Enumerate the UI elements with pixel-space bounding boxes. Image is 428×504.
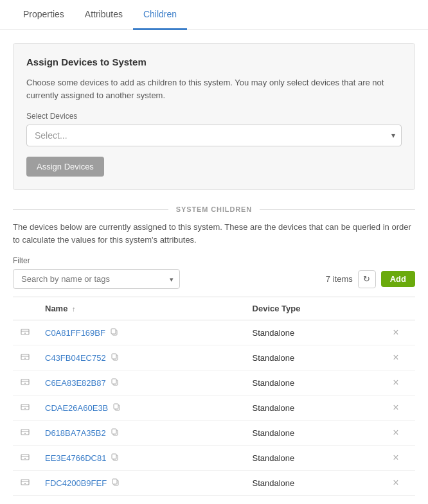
remove-device-button[interactable]: × <box>390 402 401 413</box>
row-name-cell: EE3E4766DC81 <box>37 446 245 471</box>
copy-icon[interactable] <box>111 453 119 463</box>
device-icon <box>21 429 30 439</box>
row-action-cell: × <box>377 320 415 345</box>
row-name-cell: C43FB04EC752 <box>37 345 245 370</box>
remove-device-button[interactable]: × <box>390 352 401 363</box>
section-divider: SYSTEM CHILDREN <box>13 205 415 213</box>
table-row: EE3E4766DC81 Standalone × <box>13 446 415 471</box>
row-device-icon-cell <box>13 446 37 471</box>
remove-device-button[interactable]: × <box>390 327 401 338</box>
remove-device-button[interactable]: × <box>390 477 401 489</box>
section-description: The devices below are currently assigned… <box>13 221 415 246</box>
remove-device-button[interactable]: × <box>390 452 401 464</box>
row-name-cell: C6EA83E82B87 <box>37 370 245 395</box>
filter-select-wrapper: ▾ <box>13 269 180 289</box>
row-action-cell: × <box>377 471 415 496</box>
svg-point-17 <box>24 408 26 409</box>
table-row: C43FB04EC752 Standalone × <box>13 345 415 370</box>
svg-rect-4 <box>111 329 116 334</box>
items-count: 7 items <box>326 274 353 284</box>
devices-table: Name ↑ Device Type C0A81FF169BF <box>13 297 415 496</box>
device-icon <box>21 404 30 413</box>
copy-icon[interactable] <box>111 353 119 363</box>
assign-devices-button[interactable]: Assign Devices <box>26 157 104 177</box>
col-icon-header <box>13 297 37 320</box>
device-link[interactable]: C43FB04EC752 <box>45 353 106 363</box>
copy-icon[interactable] <box>112 478 120 488</box>
svg-rect-24 <box>112 429 116 434</box>
row-type-cell: Standalone <box>245 471 377 496</box>
col-type-header: Device Type <box>245 297 377 320</box>
row-device-icon-cell <box>13 421 37 446</box>
row-type-cell: Standalone <box>245 421 377 446</box>
svg-rect-14 <box>112 379 116 384</box>
svg-point-7 <box>24 358 26 359</box>
row-type-cell: Standalone <box>245 446 377 471</box>
table-row: C6EA83E82B87 Standalone × <box>13 370 415 395</box>
row-type-cell: Standalone <box>245 320 377 345</box>
tab-properties[interactable]: Properties <box>13 0 75 30</box>
row-action-cell: × <box>377 345 415 370</box>
svg-point-32 <box>24 483 26 484</box>
remove-device-button[interactable]: × <box>390 427 401 439</box>
add-button[interactable]: Add <box>381 271 415 287</box>
row-action-cell: × <box>377 446 415 471</box>
row-device-icon-cell <box>13 370 37 395</box>
copy-icon[interactable] <box>111 378 119 388</box>
copy-icon[interactable] <box>113 403 121 413</box>
svg-rect-9 <box>112 354 116 359</box>
select-devices-input[interactable]: Select... <box>26 125 402 146</box>
table-body: C0A81FF169BF Standalone × <box>13 320 415 496</box>
svg-point-22 <box>24 433 26 434</box>
filter-row: ▾ 7 items ↻ Add <box>13 269 415 289</box>
row-name-cell: FDC4200B9FEF <box>37 471 245 496</box>
svg-point-27 <box>24 458 26 459</box>
card-description: Choose some devices to add as children t… <box>26 76 402 101</box>
tab-attributes[interactable]: Attributes <box>75 0 133 30</box>
device-icon <box>21 379 30 388</box>
col-name-header[interactable]: Name ↑ <box>37 297 245 320</box>
tab-children[interactable]: Children <box>133 0 187 30</box>
main-content: Assign Devices to System Choose some dev… <box>0 30 428 504</box>
device-icon <box>21 329 30 338</box>
filter-input[interactable] <box>13 269 180 289</box>
row-device-icon-cell <box>13 395 37 421</box>
table-row: CDAE26A60E3B Standalone × <box>13 395 415 421</box>
device-link[interactable]: EE3E4766DC81 <box>45 453 106 463</box>
device-link[interactable]: D618BA7A35B2 <box>45 428 106 438</box>
row-action-cell: × <box>377 370 415 395</box>
svg-rect-34 <box>112 479 117 484</box>
svg-point-2 <box>24 333 26 334</box>
svg-point-12 <box>24 383 26 384</box>
device-icon <box>21 454 30 464</box>
device-link[interactable]: FDC4200B9FEF <box>45 478 107 488</box>
sort-arrow-icon: ↑ <box>72 305 76 313</box>
table-row: D618BA7A35B2 Standalone × <box>13 421 415 446</box>
table-row: C0A81FF169BF Standalone × <box>13 320 415 345</box>
row-action-cell: × <box>377 395 415 421</box>
device-link[interactable]: CDAE26A60E3B <box>45 403 108 413</box>
refresh-button[interactable]: ↻ <box>358 270 376 288</box>
refresh-icon: ↻ <box>363 274 370 284</box>
copy-icon[interactable] <box>111 328 118 338</box>
select-devices-wrapper: Select... ▾ <box>26 125 402 146</box>
row-device-icon-cell <box>13 320 37 345</box>
table-row: FDC4200B9FEF Standalone × <box>13 471 415 496</box>
row-name-cell: CDAE26A60E3B <box>37 395 245 421</box>
remove-device-button[interactable]: × <box>390 377 401 388</box>
copy-icon[interactable] <box>111 428 119 438</box>
row-type-cell: Standalone <box>245 345 377 370</box>
card-title: Assign Devices to System <box>26 56 402 67</box>
row-name-cell: D618BA7A35B2 <box>37 421 245 446</box>
row-type-cell: Standalone <box>245 395 377 421</box>
svg-rect-29 <box>112 454 116 459</box>
device-link[interactable]: C6EA83E82B87 <box>45 378 106 388</box>
device-link[interactable]: C0A81FF169BF <box>45 328 105 338</box>
row-type-cell: Standalone <box>245 370 377 395</box>
row-action-cell: × <box>377 421 415 446</box>
device-icon <box>21 354 30 363</box>
row-device-icon-cell <box>13 471 37 496</box>
table-header: Name ↑ Device Type <box>13 297 415 320</box>
svg-rect-19 <box>114 404 118 409</box>
tabs-bar: Properties Attributes Children <box>0 0 428 30</box>
